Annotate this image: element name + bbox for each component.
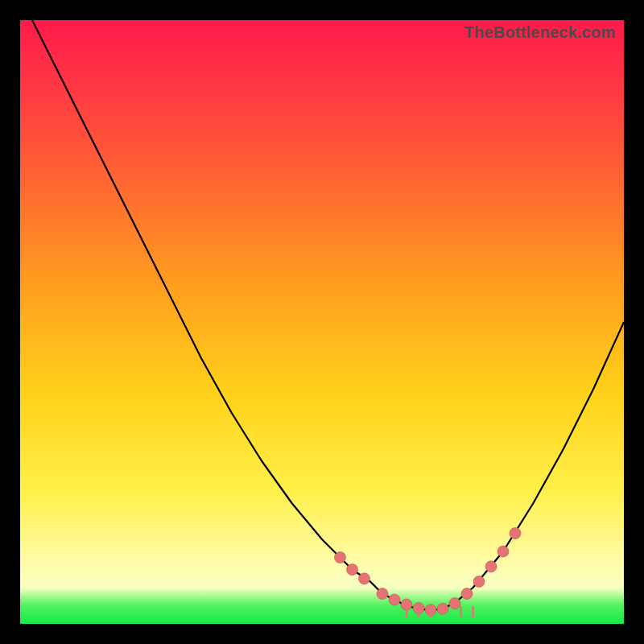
marker-dot [473, 576, 485, 588]
marker-dot [389, 594, 400, 605]
marker-dot [437, 603, 448, 614]
marker-dot [461, 588, 473, 600]
marker-dot [485, 561, 497, 572]
curve-line [32, 20, 624, 610]
chart-svg [20, 20, 624, 624]
marker-dot [449, 598, 460, 609]
marker-dot [497, 546, 509, 557]
chart-frame: TheBottleneck.com [20, 20, 624, 624]
marker-dot [510, 528, 521, 539]
marker-dot [335, 552, 346, 564]
marker-dot [377, 588, 388, 600]
marker-dot [347, 564, 358, 576]
marker-dot [359, 573, 370, 584]
marker-dots [335, 528, 522, 616]
